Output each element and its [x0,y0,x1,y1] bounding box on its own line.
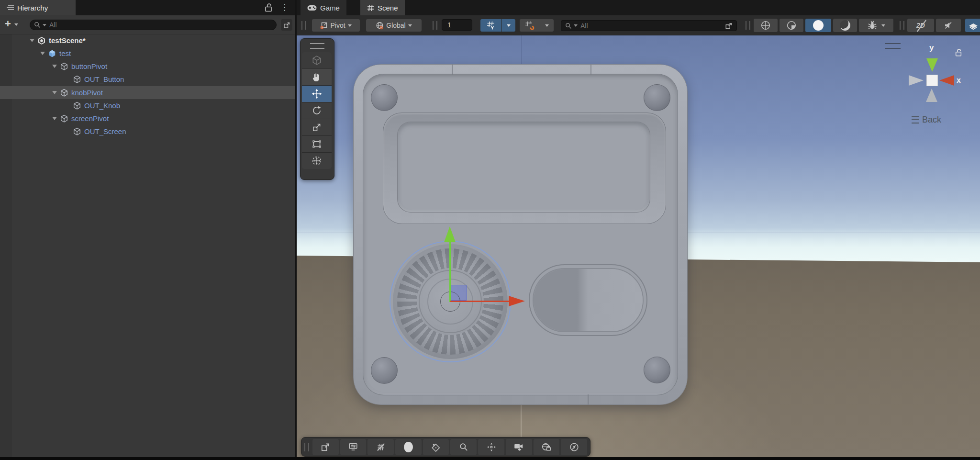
expander-icon[interactable] [52,65,57,68]
toolbar-drag-handle[interactable] [746,21,750,30]
screw [644,84,670,111]
rotation-lock-icon[interactable] [955,48,962,59]
gizmo-neg-y-cone[interactable] [926,89,937,102]
toolbar-drag-handle[interactable] [433,21,437,30]
screen-mesh[interactable] [397,122,650,213]
rect-tool-button[interactable] [302,136,332,153]
frame-center-button[interactable] [478,439,504,455]
tree-row-scene-root[interactable]: testScene* ⋮ [0,34,326,47]
search-picker-icon[interactable] [725,22,733,30]
move-tool-button[interactable] [302,86,332,102]
overlay-drag-handle[interactable] [301,39,334,49]
compass-orientation-button[interactable] [561,439,587,455]
debug-draw-mode-dropdown[interactable] [859,19,893,32]
bezel-seam [590,65,591,75]
shaded-wireframe-toggle[interactable] [754,19,778,32]
shadow-sphere-toggle[interactable] [833,19,857,32]
maximize-view-button[interactable] [312,439,339,455]
scene-lighting-toggle[interactable] [395,439,422,455]
pivot-caret-icon [348,24,352,27]
view-options-sliders-button[interactable] [340,439,367,455]
audio-mute-toggle[interactable] [936,19,961,32]
view-tool-cube-button[interactable] [302,52,332,69]
grid-visibility-toggle[interactable] [368,439,394,455]
pivot-mode-dropdown[interactable]: Pivot [312,19,360,32]
pill-button-mesh[interactable] [533,268,644,332]
tab-scene[interactable]: Scene [360,0,405,15]
scene-search-field[interactable] [561,20,737,31]
gizmos-toggle[interactable] [423,439,449,455]
expander-icon[interactable] [40,52,45,55]
screw [371,84,398,111]
2d-icon: 2D [916,22,925,29]
search-filter-caret-icon[interactable] [43,24,46,26]
hierarchy-menu-icon [7,4,14,12]
pivot-label: Pivot [330,22,345,29]
lighting-on-toggle[interactable] [805,19,831,32]
clipped-toggle-button[interactable] [965,19,980,32]
gizmo-y-axis-line[interactable] [449,242,451,302]
item-label: OUT_Screen [84,127,126,135]
gameobject-cube-icon [73,127,81,136]
grid-size-field[interactable] [442,19,472,31]
scene-tab-label: Scene [378,4,398,12]
grid-icon [367,4,374,11]
grid-snapping-button[interactable] [520,19,540,32]
gizmo-x-axis-line[interactable] [450,301,509,302]
item-label: test [59,49,71,57]
grid-visibility-button[interactable] [480,19,501,32]
gizmo-x-axis-arrowhead[interactable] [509,296,525,306]
bug-icon [868,21,877,30]
chevron-down-icon [881,24,885,27]
projection-menu[interactable]: Back [912,115,941,125]
tab-hierarchy[interactable]: Hierarchy [0,0,76,15]
gizmo-y-axis-cone[interactable] [926,58,938,72]
bezel-seam [452,65,453,75]
search-filter-caret-icon[interactable] [574,24,578,27]
create-object-caret-icon[interactable] [14,23,18,26]
expander-icon[interactable] [52,117,57,120]
overlay-drag-handle[interactable] [885,43,901,49]
item-label: buttonPivot [71,62,107,70]
hierarchy-search-field[interactable] [30,20,277,30]
grid-snapping-caret[interactable] [540,19,554,32]
scene-root-label: testScene* [49,36,86,45]
grid-visibility-caret[interactable] [502,19,515,32]
hand-tool-button[interactable] [302,69,332,86]
search-view-button[interactable] [450,439,477,455]
expander-icon[interactable] [30,39,34,42]
toolbar-drag-handle[interactable] [301,21,306,30]
gizmo-center-cube[interactable] [926,75,938,86]
grid-size-input[interactable] [446,21,468,29]
item-label: knobPivot [71,89,103,97]
scene-toolbar: Pivot Global [297,15,980,35]
expander-icon[interactable] [52,91,57,94]
toolbar-drag-handle[interactable] [900,21,904,30]
unity-editor-window: Hierarchy ⋮ + [0,0,980,460]
scene-camera-lock-button[interactable] [534,439,560,455]
hierarchy-lock-icon[interactable] [264,3,273,14]
scene-search-input[interactable] [579,22,723,30]
window-bottom-edge [0,457,980,460]
transform-tool-button[interactable] [302,153,332,169]
hierarchy-search-input[interactable] [48,21,272,29]
speaker-muted-icon [944,21,953,30]
handle-orientation-dropdown[interactable]: Global [366,19,422,32]
overlay-drag-handle[interactable] [304,443,309,451]
camera-preview-button[interactable] [506,439,532,455]
create-object-button[interactable]: + [5,18,11,30]
hierarchy-tabbar: Hierarchy ⋮ [0,0,297,15]
gizmo-neg-x-cone[interactable] [909,75,924,86]
tab-game[interactable]: Game [301,0,346,15]
scene-viewport[interactable]: y x Back [297,35,980,457]
shaded-sphere-toggle[interactable] [780,19,803,32]
gizmo-x-axis-cone[interactable] [939,75,954,86]
scale-tool-button[interactable] [302,119,332,136]
2d-view-toggle[interactable]: 2D [907,19,934,32]
gizmo-y-axis-arrowhead[interactable] [444,226,456,242]
gameobject-cube-icon [60,62,68,71]
hierarchy-kebab-menu[interactable]: ⋮ [280,3,289,11]
rotate-tool-button[interactable] [302,102,332,119]
hierarchy-picker-icon[interactable] [281,19,292,31]
tree-row-test[interactable]: test [0,47,337,60]
